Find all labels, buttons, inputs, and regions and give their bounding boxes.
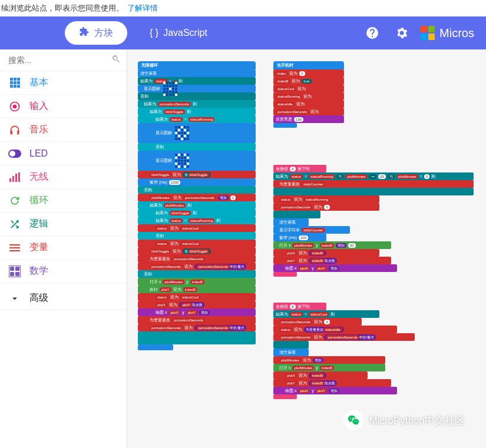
stack-onstart[interactable]: 当开机时 index设为0 indexB设为true statusCool设为 …	[273, 61, 344, 128]
svg-point-3	[9, 151, 15, 157]
wechat-overlay: MicroPython中文社区	[343, 410, 465, 430]
block-pomo-max-2[interactable]: pomodoroSeconds设为pomodoroSeconds 中的 最大	[138, 324, 256, 331]
search-input[interactable]	[8, 55, 111, 65]
block-end-forever[interactable]	[138, 344, 173, 350]
tab-blocks[interactable]: 方块	[65, 21, 127, 45]
block-canvas[interactable]: 无限循环 清空屏幕 如果为status=则 显示图标 否则 如果为pomodor…	[127, 49, 486, 448]
block-plot-1[interactable]: 打开 xplotMinutesyindexB	[138, 278, 256, 286]
block-plotx-set[interactable]: plotX设为plotY 取余数	[138, 301, 256, 308]
stack-button-a[interactable]: 当按钮 A 按下时 如果为status=statusRunning与plotMi…	[273, 165, 474, 277]
settings-button[interactable]	[391, 22, 412, 44]
block-else-a[interactable]	[273, 188, 474, 195]
category-music[interactable]: 音乐	[0, 118, 127, 142]
microsoft-logo[interactable]: Micros	[421, 26, 474, 40]
block-plot-xy-a[interactable]: 绘图 xplotXyplotY增加	[273, 264, 397, 272]
category-variables[interactable]: 变量	[0, 236, 127, 260]
block-set-plotminutes[interactable]: plotMinutes设为pomodoroSeconds增加1	[138, 194, 256, 201]
block-change-daily-a[interactable]: 为变量更改dailyCounter	[273, 180, 474, 188]
block-pomo-max[interactable]: pomodoroSeconds设为pomodoroSeconds 中的 最大	[138, 263, 256, 270]
block-if-toggle-2[interactable]: 如果为blinkToggle则	[138, 209, 256, 217]
category-loop[interactable]: 循环	[0, 189, 127, 213]
block-if-plotminutes[interactable]: 如果为plotMinutes则	[138, 201, 256, 209]
block-set-index[interactable]: index设为0	[273, 69, 344, 77]
block-onstart-end[interactable]	[273, 123, 297, 128]
block-endif-a[interactable]	[273, 211, 320, 218]
search-icon[interactable]	[111, 54, 121, 66]
help-button[interactable]	[362, 22, 383, 44]
block-plotx-b[interactable]: plotX设为indexB	[273, 371, 368, 379]
block-show-string-a[interactable]: 显示字符串dailyCounter	[273, 226, 350, 234]
block-endif-b[interactable]	[273, 341, 309, 349]
block-set-indexb[interactable]: indexB设为true	[273, 77, 344, 85]
block-forever-header[interactable]: 无限循环	[138, 61, 256, 69]
block-set-toggle-2[interactable]: blinkToggle设为非 blinkToggle	[138, 247, 256, 255]
block-plot-a1[interactable]: 打开 xplotMinutesyindexB增加20	[273, 241, 391, 249]
block-change-pomo-2[interactable]: 为变量更改pomodoroSeconds	[138, 316, 256, 324]
block-button-a-header[interactable]: 当按钮 A 按下时	[273, 165, 326, 172]
block-plotx-a[interactable]: plotX设为indexB	[273, 249, 379, 257]
block-else-4[interactable]: 否则	[138, 232, 256, 240]
block-plot-xy-b[interactable]: 绘图 xplotXyplotY增加	[273, 387, 397, 394]
braces-icon: { }	[150, 28, 158, 38]
block-button-a-end[interactable]	[273, 272, 297, 277]
block-set-toggle[interactable]: blinkToggle设为非 blinkToggle	[138, 171, 256, 178]
category-advanced[interactable]: 高级	[0, 287, 127, 310]
block-status-idle-b[interactable]: status设为为变量更改 statusIdle	[273, 326, 397, 333]
cookie-learn-more-link[interactable]: 了解详情	[127, 3, 158, 14]
stack-button-b[interactable]: 当按钮 B 按下时 如果为status=statusCool则 pomodoro…	[273, 303, 415, 399]
block-end[interactable]	[138, 331, 256, 344]
block-plot-2[interactable]: 绘图 xplotXyplotY增加	[138, 308, 256, 316]
block-clear-screen[interactable]: 清空屏幕	[138, 69, 256, 77]
block-set-statusidle[interactable]: statusIdle设为	[273, 100, 344, 108]
block-change-daily[interactable]: status设为statusCool	[138, 224, 256, 232]
block-clear-b[interactable]: 清空屏幕	[273, 349, 309, 356]
block-if-toggle[interactable]: 如果为blinkToggle则	[138, 108, 256, 115]
block-onstart-header[interactable]: 当开机时	[273, 61, 344, 69]
category-input[interactable]: 输入	[0, 95, 127, 118]
block-else-2[interactable]: 否则	[138, 143, 256, 151]
block-status-cool[interactable]: status设为statusCool	[138, 240, 256, 247]
block-plotminutes-b[interactable]: plotMinutes设为增加	[273, 356, 385, 364]
block-pomo-set-a[interactable]: pomodoroSeconds设为0	[273, 203, 379, 211]
block-else-5[interactable]: 否则	[138, 270, 256, 278]
block-ploty-b[interactable]: plotY设为indexB 取余数	[273, 379, 391, 387]
block-if-status-2[interactable]: 如果为status=statusRunning则	[138, 217, 256, 224]
block-button-b-end[interactable]	[273, 394, 297, 399]
block-set-statuscool[interactable]: statusCool设为	[273, 85, 344, 92]
category-logic[interactable]: 逻辑	[0, 213, 127, 236]
block-else-3[interactable]: 否则	[138, 186, 256, 194]
block-set-brightness[interactable]: 设置亮度136	[273, 115, 344, 123]
category-radio-label: 无线	[29, 171, 48, 183]
cookie-bar: 续浏览此站点，即表示您同意使用。 了解详情	[0, 0, 486, 16]
category-basic[interactable]: 基本	[0, 71, 127, 95]
category-math[interactable]: 数学	[0, 260, 127, 283]
block-plot-b1[interactable]: 打开 xplotMinutesyindexB	[273, 364, 385, 371]
tab-javascript[interactable]: { } JavaScript	[135, 21, 221, 45]
block-pomo-mult-b[interactable]: pomodoroSeconds设为pomodoroSeconds 中的 最大	[273, 333, 415, 341]
stack-forever[interactable]: 无限循环 清空屏幕 如果为status=则 显示图标 否则 如果为pomodor…	[138, 61, 256, 350]
block-set-statusrunning[interactable]: statusRunning设为	[273, 92, 344, 100]
block-status-running-a[interactable]: status设为statusRunning	[273, 195, 379, 203]
block-if-status[interactable]: 如果为status=则	[138, 77, 256, 85]
block-else-1[interactable]: 否则	[138, 92, 256, 100]
block-for-1[interactable]: 执行plotY设为indexB	[138, 286, 256, 293]
block-show-leds-2[interactable]: 显示图标	[138, 123, 256, 143]
block-ploty-a[interactable]: plotY设为indexB 取余数	[273, 257, 391, 264]
block-change-pomo[interactable]: 为变量更改pomodoroSeconds	[138, 255, 256, 263]
block-pomo-set-b[interactable]: pomodoroSeconds设为0	[273, 318, 362, 326]
block-if-b[interactable]: 如果为status=statusCool则	[273, 310, 379, 318]
block-pause-1000[interactable]: 暂停 (ms)1000	[138, 178, 256, 186]
block-set-pomo[interactable]: pomodoroSeconds设为	[273, 108, 344, 115]
category-led[interactable]: LED	[0, 142, 127, 165]
block-pause-100-a[interactable]: 暂停 (ms)100	[273, 234, 326, 241]
block-if-a[interactable]: 如果为status=statusRunning与plotMinutes>=20与…	[273, 172, 474, 180]
block-show-leds-1[interactable]: 显示图标	[138, 85, 256, 92]
block-button-b-header[interactable]: 当按钮 B 按下时	[273, 303, 326, 310]
block-show-leds-3[interactable]: 显示图标	[138, 151, 256, 171]
block-clear-a[interactable]: 清空屏幕	[273, 218, 309, 226]
block-if-status-running[interactable]: 如果为status=statusRunning	[138, 115, 256, 123]
category-radio[interactable]: 无线	[0, 165, 127, 189]
block-status-cool-2[interactable]: status设为statusCool	[138, 293, 256, 301]
block-if-pomo[interactable]: 如果为pomodoroSeconds则	[138, 100, 256, 108]
category-led-label: LED	[29, 148, 48, 159]
